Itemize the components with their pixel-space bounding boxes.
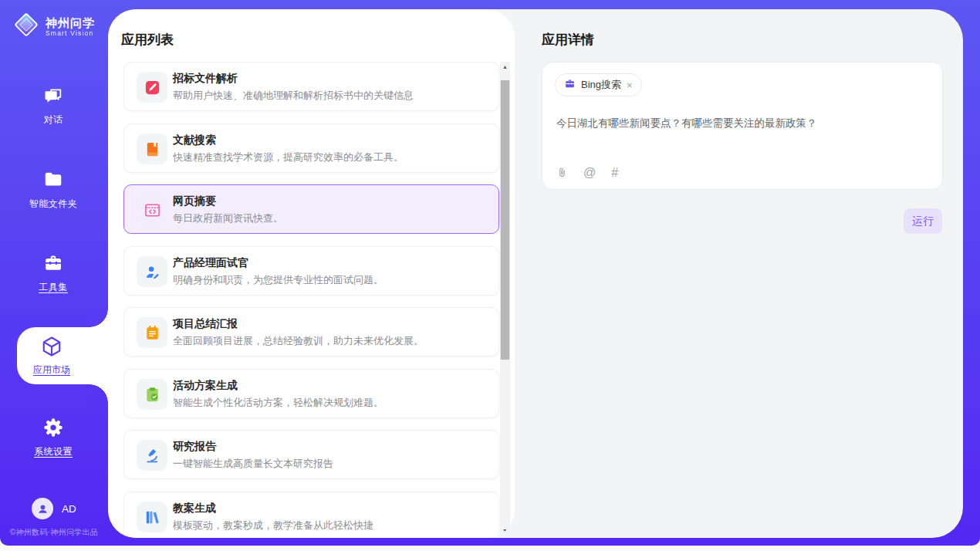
app-card-event-plan[interactable]: 活动方案生成 智能生成个性化活动方案，轻松解决规划难题。 <box>123 369 499 418</box>
books-icon <box>137 502 167 532</box>
chat-icon <box>0 85 106 110</box>
query-input[interactable]: 今日湖北有哪些新闻要点？有哪些需要关注的最新政策？ <box>556 117 928 130</box>
hash-icon[interactable]: # <box>611 167 618 179</box>
input-toolbar: @ # <box>556 166 618 179</box>
cube-icon <box>40 335 63 361</box>
app-list-title: 应用列表 <box>121 31 174 49</box>
app-card-lesson-plan[interactable]: 教案生成 模板驱动，教案秒成，教学准备从此轻松快捷 <box>123 492 499 538</box>
app-detail-title: 应用详情 <box>542 31 594 49</box>
app-name: 产品经理面试官 <box>173 256 248 270</box>
tool-chip-bing-search[interactable]: Bing搜索 × <box>555 73 642 96</box>
gear-icon <box>0 417 106 441</box>
sidebar-item-toolset[interactable]: 工具集 <box>0 252 106 294</box>
sidebar-item-chat[interactable]: 对话 <box>0 85 106 127</box>
microscope-icon <box>137 440 167 471</box>
report-note-icon <box>137 317 167 348</box>
user-account[interactable]: AD <box>0 497 108 520</box>
app-desc: 一键智能生成高质量长文本研究报告 <box>173 457 489 471</box>
tool-chip-label: Bing搜索 <box>581 78 621 92</box>
app-desc: 智能生成个性化活动方案，轻松解决规划难题。 <box>173 396 489 410</box>
app-name: 研究报告 <box>173 440 216 454</box>
attachment-icon[interactable] <box>556 166 568 179</box>
app-name: 活动方案生成 <box>173 379 238 393</box>
app-window: 神州问学 Smart Vision 对话 智能文件夹 <box>0 0 980 551</box>
app-list-panel: 应用列表 招标文件解析 帮助用户快速、准确地理解和解析招标书中的关键信息 <box>108 9 515 538</box>
app-name: 招标文件解析 <box>173 72 238 86</box>
app-name: 教案生成 <box>173 502 216 516</box>
bubble-fillet-bottom <box>90 384 108 403</box>
brand-title: 神州问学 <box>46 16 95 29</box>
brand-subtitle: Smart Vision <box>46 29 95 37</box>
clipboard-check-icon <box>137 379 167 410</box>
app-card-literature-search[interactable]: 文献搜索 快速精准查找学术资源，提高研究效率的必备工具。 <box>123 123 499 173</box>
bubble-fillet-top <box>90 309 108 327</box>
sidebar-item-label: 系统设置 <box>34 445 73 458</box>
app-card-research-report[interactable]: 研究报告 一键智能生成高质量长文本研究报告 <box>123 430 499 479</box>
app-desc: 每日政府新闻资讯快查。 <box>173 211 489 225</box>
app-desc: 全面回顾项目进展，总结经验教训，助力未来优化发展。 <box>173 334 489 348</box>
close-icon[interactable]: × <box>627 80 633 90</box>
app-card-web-summary[interactable]: 网页摘要 每日政府新闻资讯快查。 <box>123 184 499 234</box>
brand-logo-icon <box>12 11 40 42</box>
app-card-project-summary[interactable]: 项目总结汇报 全面回顾项目进展，总结经验教训，助力未来优化发展。 <box>123 307 499 357</box>
sidebar-item-smart-folder[interactable]: 智能文件夹 <box>0 169 106 211</box>
app-desc: 帮助用户快速、准确地理解和解析招标书中的关键信息 <box>173 89 489 103</box>
avatar <box>32 498 53 519</box>
app-name: 项目总结汇报 <box>173 317 238 331</box>
scrollbar-thumb[interactable] <box>500 80 510 360</box>
sidebar-item-label: 智能文件夹 <box>29 198 78 211</box>
interviewer-icon <box>137 256 167 287</box>
app-desc: 快速精准查找学术资源，提高研究效率的必备工具。 <box>173 150 489 164</box>
toolbox-icon <box>0 252 106 277</box>
sidebar-item-label: 应用市场 <box>33 363 70 377</box>
sidebar-item-label: 工具集 <box>39 281 68 294</box>
run-button[interactable]: 运行 <box>904 208 942 234</box>
folder-icon <box>0 169 106 194</box>
app-input-card: Bing搜索 × 今日湖北有哪些新闻要点？有哪些需要关注的最新政策？ @ # <box>542 62 943 190</box>
app-desc: 明确身份和职责，为您提供专业性的面试问题。 <box>173 273 489 287</box>
app-desc: 模板驱动，教案秒成，教学准备从此轻松快捷 <box>173 519 489 532</box>
app-card-pm-interviewer[interactable]: 产品经理面试官 明确身份和职责，为您提供专业性的面试问题。 <box>123 246 499 296</box>
scroll-down-icon[interactable]: ▼ <box>500 526 510 536</box>
user-name: AD <box>62 503 76 515</box>
brand-logo: 神州问学 Smart Vision <box>12 9 108 43</box>
scroll-up-icon[interactable]: ▲ <box>500 62 510 72</box>
book-icon <box>137 134 167 164</box>
sidebar-item-app-market[interactable]: 应用市场 <box>17 327 108 384</box>
app-name: 文献搜索 <box>173 134 216 147</box>
main-content: 应用列表 招标文件解析 帮助用户快速、准确地理解和解析招标书中的关键信息 <box>108 9 963 538</box>
browser-code-icon <box>137 194 167 225</box>
app-name: 网页摘要 <box>173 194 216 208</box>
sidebar-item-settings[interactable]: 系统设置 <box>0 417 106 458</box>
sidebar-item-label: 对话 <box>44 113 63 127</box>
edit-square-icon <box>137 72 167 103</box>
app-detail-panel: 应用详情 Bing搜索 × 今日 <box>515 9 963 538</box>
briefcase-icon <box>564 78 576 93</box>
mention-icon[interactable]: @ <box>583 167 596 179</box>
sidebar-footer: ©神州数码·神州问学出品 <box>0 527 108 538</box>
app-list-scrollbar[interactable]: ▲ ▼ <box>500 62 510 536</box>
app-card-bid-analysis[interactable]: 招标文件解析 帮助用户快速、准确地理解和解析招标书中的关键信息 <box>123 62 499 111</box>
